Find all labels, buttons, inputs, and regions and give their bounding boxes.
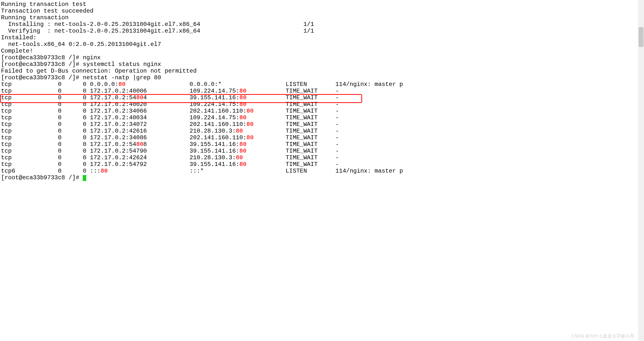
scrollbar-thumb[interactable] (638, 27, 644, 47)
terminal-output-line: Failed to get D-Bus connection: Operatio… (1, 68, 643, 74)
netstat-row: tcp 0 0 172.17.0.2:54792 39.155.141.16:8… (1, 161, 643, 168)
shell-prompt[interactable]: [root@eca33b9733c8 /]# (1, 174, 643, 181)
grep-match: 80 (236, 154, 243, 161)
grep-match: 80 (236, 128, 243, 134)
terminal-output-line: net-tools.x86_64 0:2.0-0.25.20131004git.… (1, 41, 643, 48)
terminal-output-line: Running transaction test (1, 1, 643, 8)
terminal-output-line: Running transaction (1, 14, 643, 21)
netstat-row: tcp 0 0 0.0.0.0:80 0.0.0.0:* LISTEN 114/… (1, 81, 643, 88)
terminal-output-line: [root@eca33b9733c8 /]# netstat -natp |gr… (1, 74, 643, 81)
netstat-row: tcp 0 0 172.17.0.2:42624 210.28.130.3:80… (1, 154, 643, 161)
terminal-output-line: [root@eca33b9733c8 /]# systemctl status … (1, 61, 643, 68)
cursor-block (83, 175, 86, 181)
grep-match: 80 (136, 141, 143, 148)
terminal-output-line: Installed: (1, 34, 643, 41)
grep-match: 80 (239, 101, 246, 108)
grep-match: 80 (239, 88, 246, 94)
netstat-row: tcp 0 0 172.17.0.2:54790 39.155.141.16:8… (1, 148, 643, 154)
netstat-row: tcp 0 0 172.17.0.2:34086 202.141.160.110… (1, 134, 643, 141)
netstat-row: tcp 0 0 172.17.0.2:34066 202.141.160.110… (1, 108, 643, 114)
netstat-row: tcp 0 0 172.17.0.2:40006 109.224.14.75:8… (1, 88, 643, 94)
grep-match: 80 (239, 114, 246, 121)
verify-progress-line: Verifying : net-tools-2.0-0.25.20131004g… (1, 28, 643, 34)
netstat-row: tcp 0 0 172.17.0.2:34072 202.141.160.110… (1, 121, 643, 128)
netstat-row: tcp 0 0 172.17.0.2:40020 109.224.14.75:8… (1, 101, 643, 108)
grep-match: 80 (239, 161, 246, 168)
grep-match: 80 (136, 94, 143, 101)
vertical-scrollbar[interactable] (638, 0, 644, 341)
grep-match: 80 (246, 134, 254, 141)
netstat-row: tcp 0 0 172.17.0.2:54808 39.155.141.16:8… (1, 141, 643, 148)
netstat-row: tcp 0 0 172.17.0.2:54804 39.155.141.16:8… (1, 94, 643, 101)
grep-match: 80 (239, 141, 246, 148)
grep-match: 80 (246, 108, 254, 114)
grep-match: 80 (118, 81, 126, 88)
terminal-output-line: Transaction test succeeded (1, 8, 643, 14)
install-progress-line: Installing : net-tools-2.0-0.25.20131004… (1, 21, 643, 28)
grep-match: 80 (239, 94, 246, 101)
grep-match: 80 (100, 168, 108, 174)
netstat-row: tcp 0 0 172.17.0.2:42616 210.28.130.3:80… (1, 128, 643, 134)
grep-match: 80 (246, 121, 254, 128)
netstat-row: tcp6 0 0 :::80 :::* LISTEN 114/nginx: ma… (1, 168, 643, 174)
netstat-row: tcp 0 0 172.17.0.2:40034 109.224.14.75:8… (1, 114, 643, 121)
terminal-output-line: Complete! (1, 48, 643, 54)
terminal-output-line: [root@eca33b9733c8 /]# nginx (1, 54, 643, 61)
grep-match: 80 (239, 148, 246, 154)
watermark-text: CSDN @为什么老是名字被占用 (571, 333, 634, 339)
